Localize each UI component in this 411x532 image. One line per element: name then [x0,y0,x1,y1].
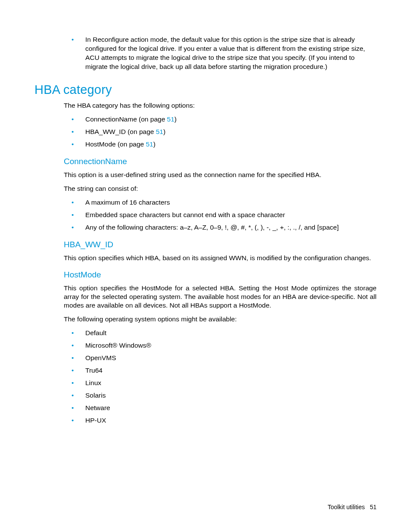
list-item: OpenVMS [78,354,377,363]
hm-list: Default Microsoft® Windows® OpenVMS Tru6… [34,329,377,425]
hba-option-connectionname: ConnectionName (on page 51) [78,115,377,124]
page-link[interactable]: 51 [146,140,153,148]
list-item: Netware [78,404,377,413]
page-link[interactable]: 51 [156,128,163,135]
list-item: Embedded space characters but cannot end… [78,211,377,220]
option-suffix: ) [163,128,165,135]
list-item: Linux [78,379,377,388]
list-item: Solaris [78,391,377,400]
heading-hostmode: HostMode [34,270,377,280]
page-footer: Toolkit utilities 51 [327,504,377,510]
hm-paragraph-2: The following operating system options m… [34,315,377,324]
hm-paragraph-1: This option specifies the HostMode for a… [34,284,377,310]
hba-option-hba-ww-id: HBA_WW_ID (on page 51) [78,128,377,137]
cn-paragraph-1: This option is a user-defined string use… [34,171,377,179]
list-item: HP-UX [78,416,377,425]
hba-option-hostmode: HostMode (on page 51) [78,140,377,149]
option-suffix: ) [174,115,177,123]
option-prefix: HostMode (on page [85,140,146,148]
hba-intro-text: The HBA category has the following optio… [34,101,377,110]
cn-list: A maximum of 16 characters Embedded spac… [34,198,377,232]
hba-options-list: ConnectionName (on page 51) HBA_WW_ID (o… [34,115,377,149]
option-suffix: ) [153,140,156,148]
heading-connectionname: ConnectionName [34,157,377,166]
option-prefix: ConnectionName (on page [85,115,167,123]
list-item: Any of the following characters: a–z, A–… [78,223,377,232]
intro-bullet-list: In Reconfigure action mode, the default … [34,35,377,72]
page-link[interactable]: 51 [167,115,174,123]
intro-bullet: In Reconfigure action mode, the default … [78,35,377,72]
option-prefix: HBA_WW_ID (on page [85,128,156,135]
hw-paragraph-1: This option specifies which HBA, based o… [34,254,377,262]
footer-label: Toolkit utilities [327,504,364,510]
heading-hba-category: HBA category [34,83,377,97]
list-item: Tru64 [78,366,377,375]
footer-page: 51 [370,504,377,510]
list-item: Microsoft® Windows® [78,341,377,350]
list-item: A maximum of 16 characters [78,198,377,207]
cn-paragraph-2: The string can consist of: [34,184,377,193]
list-item: Default [78,329,377,338]
heading-hba-ww-id: HBA_WW_ID [34,240,377,249]
